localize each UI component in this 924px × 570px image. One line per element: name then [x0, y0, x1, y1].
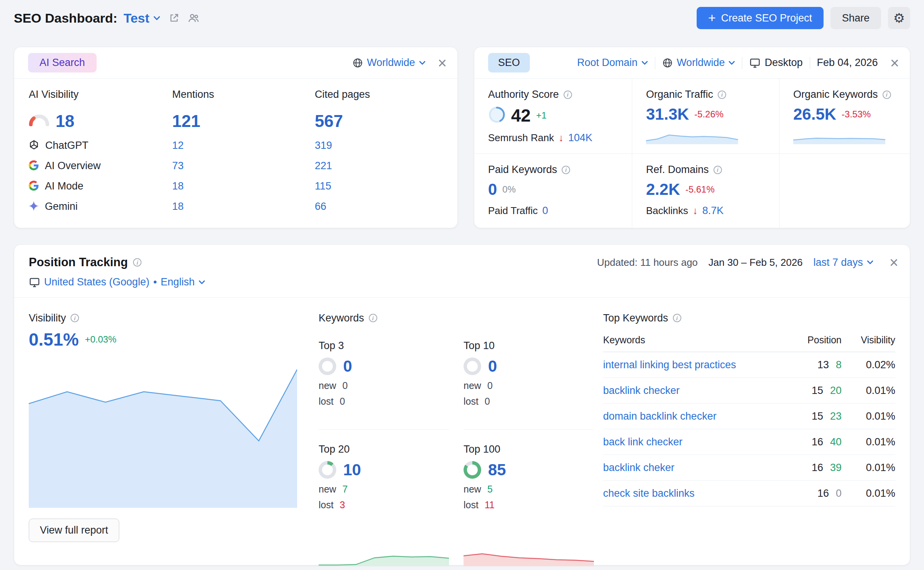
view-full-report-button[interactable]: View full report [29, 519, 119, 542]
chevron-down-icon [867, 260, 873, 265]
organic-keywords-value[interactable]: 26.5K [793, 105, 836, 124]
cited-pages-total[interactable]: 567 [315, 112, 343, 131]
info-icon[interactable]: i [369, 314, 377, 322]
report-date: Feb 04, 2026 [817, 57, 878, 69]
ref-domains-metric: Ref. Domains i 2.2K -5.61% Backlinks ↓ 8… [632, 154, 779, 228]
scope-dropdown[interactable]: Root Domain [577, 57, 648, 69]
bucket-label: Top 20 [319, 443, 449, 455]
keyword-diff: 20 [830, 385, 842, 397]
cited-pages-value[interactable]: 115 [315, 180, 331, 192]
close-icon[interactable]: × [890, 55, 899, 71]
top3-donut [319, 357, 336, 375]
widgets-row: AI Search Worldwide × A [14, 47, 910, 228]
bucket-value[interactable]: 0 [343, 357, 352, 376]
keyword-diff: 8 [836, 359, 842, 371]
info-icon[interactable]: i [714, 166, 722, 174]
list-item: ChatGPT [29, 135, 172, 156]
info-icon[interactable]: i [883, 91, 891, 99]
create-seo-project-button[interactable]: + Create SEO Project [697, 7, 824, 29]
keyword-position: 15 [812, 410, 823, 422]
mentions-header: Mentions [172, 89, 315, 107]
keyword-diff: 0 [836, 488, 842, 499]
mentions-total[interactable]: 121 [172, 112, 200, 131]
desktop-icon [29, 277, 40, 288]
chatgpt-icon [29, 140, 39, 152]
cited-pages-header: Cited pages [315, 89, 457, 107]
project-selector[interactable]: Test [123, 11, 160, 26]
organic-traffic-value[interactable]: 31.3K [646, 105, 689, 124]
tracking-target-dropdown[interactable]: United States (Google) • English [29, 276, 205, 288]
keyword-link[interactable]: backlink checker [603, 385, 780, 397]
close-icon[interactable]: × [889, 255, 898, 270]
mentions-value[interactable]: 18 [172, 201, 184, 213]
page-title: SEO Dashboard: [14, 11, 117, 26]
cited-pages-value[interactable]: 319 [315, 140, 332, 152]
visibility-value[interactable]: 0.51% [29, 329, 79, 350]
keyword-position: 13 [817, 359, 829, 371]
users-icon[interactable] [188, 12, 199, 24]
info-icon[interactable]: i [718, 91, 726, 99]
seo-location-dropdown[interactable]: Worldwide [662, 57, 735, 69]
keyword-visibility: 0.01% [842, 488, 895, 499]
gear-icon: ⚙ [893, 12, 905, 25]
semrush-rank-value[interactable]: 104K [568, 132, 592, 144]
paid-traffic-value[interactable]: 0 [543, 205, 548, 217]
bucket-value[interactable]: 0 [488, 357, 497, 376]
ai-location-dropdown[interactable]: Worldwide [352, 57, 426, 69]
ai-search-widget: AI Search Worldwide × A [14, 47, 458, 228]
info-icon[interactable]: i [673, 314, 681, 322]
keyword-visibility: 0.01% [842, 436, 895, 448]
seo-dashboard-page: SEO Dashboard: Test + Create SEO Project… [0, 0, 924, 565]
mentions-value[interactable]: 18 [172, 180, 184, 192]
top-bar: SEO Dashboard: Test + Create SEO Project… [0, 0, 924, 36]
visibility-chart [29, 359, 297, 508]
tab-seo[interactable]: SEO [488, 53, 530, 72]
external-link-icon[interactable] [169, 13, 179, 23]
share-button[interactable]: Share [830, 7, 881, 29]
organic-traffic-delta: -5.26% [694, 109, 723, 120]
authority-score-label: Authority Score [488, 89, 559, 100]
info-icon[interactable]: i [133, 258, 141, 267]
cited-pages-value[interactable]: 221 [315, 160, 332, 172]
table-row: domain backlink checker 1523 0.01% [603, 404, 895, 429]
keyword-link[interactable]: back link checker [603, 436, 780, 448]
chevron-down-icon [641, 61, 648, 65]
ai-visibility-value[interactable]: 18 [56, 112, 74, 131]
globe-icon [352, 58, 363, 68]
keyword-link[interactable]: internal linking best practices [603, 359, 780, 371]
backlinks-value[interactable]: 8.7K [702, 205, 724, 217]
bucket-value[interactable]: 85 [488, 461, 506, 479]
info-icon[interactable]: i [562, 166, 570, 174]
bucket-label: Top 10 [464, 340, 594, 352]
keyword-link[interactable]: backlink cheker [603, 462, 780, 474]
keyword-link[interactable]: check site backlinks [603, 488, 780, 499]
engine-name: Gemini [45, 201, 78, 213]
tracking-target-label: United States (Google) [44, 276, 150, 288]
table-row: check site backlinks 160 0.01% [603, 481, 895, 506]
tab-ai-search[interactable]: AI Search [28, 53, 97, 72]
close-icon[interactable]: × [438, 55, 447, 71]
ref-domains-value[interactable]: 2.2K [646, 180, 680, 199]
ai-location-label: Worldwide [367, 57, 415, 69]
cited-pages-value[interactable]: 66 [315, 201, 326, 213]
chevron-down-icon [728, 61, 735, 65]
settings-button[interactable]: ⚙ [888, 7, 910, 29]
desktop-icon [749, 57, 761, 69]
new-label: new [464, 484, 481, 495]
backlinks-label: Backlinks [646, 205, 688, 217]
bucket-lost-value: 3 [340, 499, 345, 511]
mentions-value[interactable]: 73 [172, 160, 184, 172]
plus-icon: + [708, 11, 716, 24]
organic-traffic-label: Organic Traffic [646, 89, 713, 100]
mentions-value[interactable]: 12 [172, 140, 184, 152]
info-icon[interactable]: i [564, 91, 572, 99]
keyword-link[interactable]: domain backlink checker [603, 410, 780, 422]
bucket-value[interactable]: 10 [343, 461, 361, 479]
info-icon[interactable]: i [71, 314, 79, 322]
period-dropdown[interactable]: last 7 days [814, 257, 873, 269]
paid-keywords-value[interactable]: 0 [488, 180, 497, 199]
dot-separator: • [153, 276, 157, 288]
new-label: new [464, 380, 481, 391]
keyword-visibility: 0.01% [842, 410, 895, 422]
position-tracking-widget: Position Tracking i Updated: 11 hours ag… [14, 244, 910, 565]
